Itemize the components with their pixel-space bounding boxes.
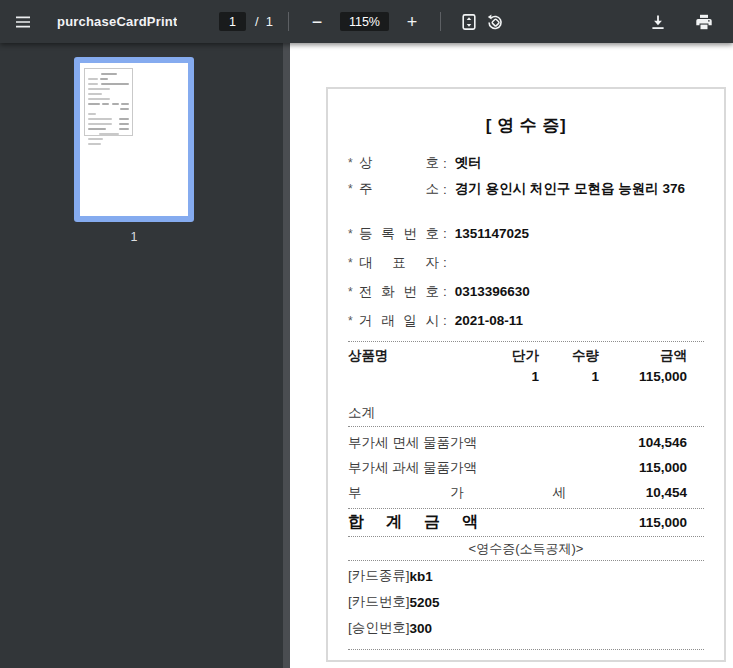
rotate-button[interactable] [482, 9, 508, 35]
toolbar-divider [288, 12, 289, 31]
store-address-label: 주 소 [359, 180, 439, 198]
store-address-value: 경기 용인시 처인구 모현읍 능원리 376 [455, 180, 685, 198]
vat-exempt-row: 부가세 면세 물품가액 104,546 [348, 430, 704, 455]
zoom-out-button[interactable]: − [304, 9, 330, 35]
registration-number-value: 1351147025 [455, 226, 529, 241]
thumbnail-receipt-preview [84, 68, 133, 136]
page-separator: / [255, 14, 259, 29]
required-mark: * [348, 285, 359, 299]
vat-taxable-value: 115,000 [639, 460, 704, 475]
item-amount: 115,000 [599, 369, 704, 384]
thumbnail-sidebar: 1 [0, 43, 283, 668]
total-amount-row: 합 계 금 액 115,000 [348, 509, 704, 536]
items-table-header: 상품명 단가 수량 금액 [348, 342, 704, 366]
card-number-value: 5205 [410, 595, 440, 610]
required-mark: * [348, 227, 359, 241]
card-number-label: [카드번호] [348, 593, 410, 611]
thumbnail-selection-frame [74, 57, 194, 222]
item-quantity: 1 [539, 369, 599, 384]
pdf-viewer-window: purchaseCardPrint / 1 − + [0, 0, 733, 668]
representative-row: * 대 표 자 : [348, 248, 704, 277]
representative-label: 대 표 자 [359, 254, 439, 272]
header-amount: 금액 [599, 347, 704, 365]
menu-button[interactable] [10, 9, 36, 35]
rotate-ccw-icon [486, 13, 504, 31]
vat-taxable-label: 부가세 과세 물품가액 [348, 459, 477, 477]
vat-exempt-label: 부가세 면세 물품가액 [348, 434, 477, 452]
registration-number-row: * 등 록 번 호 : 1351147025 [348, 219, 704, 248]
card-number-row: [카드번호] 5205 [348, 589, 704, 615]
vat-exempt-value: 104,546 [638, 435, 704, 450]
required-mark: * [348, 156, 359, 170]
phone-number-row: * 전 화 번 호 : 0313396630 [348, 277, 704, 306]
store-address-row: * 주 소 : 경기 용인시 처인구 모현읍 능원리 376 [348, 176, 704, 202]
divider [348, 649, 704, 650]
header-unit-price: 단가 [439, 347, 539, 365]
receipt-document: [ 영 수 증] * 상 호 : 옛터 * 주 소 : 경기 용인시 처인 [326, 87, 726, 662]
toolbar-right-section [508, 9, 719, 35]
card-type-value: kb1 [410, 569, 433, 584]
phone-number-label: 전 화 번 호 [359, 283, 439, 301]
store-name-value: 옛터 [455, 154, 482, 172]
toolbar-divider [440, 12, 441, 31]
page-thumbnail[interactable]: 1 [74, 57, 194, 244]
total-amount-value: 115,000 [639, 515, 704, 530]
card-type-row: [카드종류] kb1 [348, 563, 704, 589]
required-mark: * [348, 256, 359, 270]
transaction-date-value: 2021-08-11 [455, 313, 523, 328]
page-total: 1 [266, 14, 273, 29]
print-icon [695, 13, 713, 31]
registration-number-label: 등 록 번 호 [359, 225, 439, 243]
business-info-group: * 등 록 번 호 : 1351147025 * 대 표 자 : * [348, 219, 704, 335]
subtotal-label: 소계 [348, 403, 704, 423]
zoom-in-button[interactable]: + [399, 9, 425, 35]
thumbnail-page [80, 63, 188, 216]
required-mark: * [348, 182, 359, 196]
zoom-level-input[interactable] [340, 12, 389, 31]
transaction-date-label: 거 래 일 시 [359, 312, 439, 330]
phone-number-value: 0313396630 [455, 284, 530, 299]
approval-number-value: 300 [410, 621, 433, 636]
pdf-toolbar: purchaseCardPrint / 1 − + [0, 0, 733, 43]
print-button[interactable] [691, 9, 717, 35]
transaction-date-row: * 거 래 일 시 : 2021-08-11 [348, 306, 704, 335]
document-title: purchaseCardPrint [57, 14, 177, 29]
vat-label: 부 가 세 [348, 484, 566, 502]
viewer-body: 1 [ 영 수 증] * 상 호 : 옛터 * [0, 43, 733, 668]
fit-to-page-button[interactable] [456, 9, 482, 35]
toolbar-left-section: purchaseCardPrint [10, 9, 219, 35]
download-icon [649, 13, 667, 31]
thumbnail-page-number: 1 [74, 230, 194, 244]
card-type-label: [카드종류] [348, 567, 410, 585]
pdf-page: [ 영 수 증] * 상 호 : 옛터 * 주 소 : 경기 용인시 처인 [290, 43, 733, 668]
items-table-row: 1 1 115,000 [348, 366, 704, 387]
tax-summary: 부가세 면세 물품가액 104,546 부가세 과세 물품가액 115,000 … [348, 427, 704, 508]
store-name-label: 상 호 [359, 154, 439, 172]
total-amount-label: 합 계 금 액 [348, 512, 478, 533]
toolbar-center-section: / 1 − + [219, 9, 508, 35]
vat-value: 10,454 [646, 485, 704, 500]
deduction-note: <영수증(소득공제)> [348, 537, 704, 560]
download-button[interactable] [645, 9, 671, 35]
receipt-title: [ 영 수 증] [348, 115, 704, 137]
header-product-name: 상품명 [348, 347, 439, 365]
item-unit-price: 1 [439, 369, 539, 384]
page-number-input[interactable] [219, 12, 246, 31]
approval-number-label: [승인번호] [348, 619, 410, 637]
approval-number-row: [승인번호] 300 [348, 615, 704, 641]
store-info-group: * 상 호 : 옛터 * 주 소 : 경기 용인시 처인구 모현읍 능원리 37… [348, 150, 704, 202]
card-info-group: [카드종류] kb1 [카드번호] 5205 [승인번호] 300 [348, 561, 704, 641]
fit-to-page-icon [460, 13, 478, 31]
hamburger-icon [14, 13, 32, 31]
vat-taxable-row: 부가세 과세 물품가액 115,000 [348, 455, 704, 480]
store-name-row: * 상 호 : 옛터 [348, 150, 704, 176]
pdf-viewport[interactable]: [ 영 수 증] * 상 호 : 옛터 * 주 소 : 경기 용인시 처인 [283, 43, 733, 668]
vat-row: 부 가 세 10,454 [348, 480, 704, 505]
required-mark: * [348, 314, 359, 328]
header-quantity: 수량 [539, 347, 599, 365]
